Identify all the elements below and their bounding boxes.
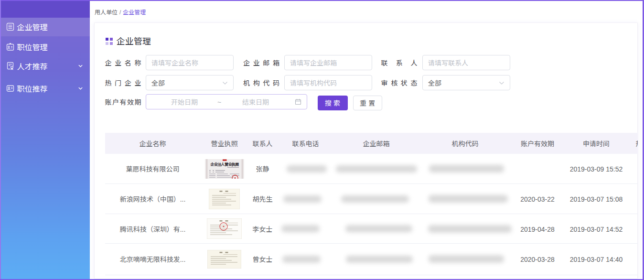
svg-text:企业法人营业执照: 企业法人营业执照 <box>210 161 239 166</box>
